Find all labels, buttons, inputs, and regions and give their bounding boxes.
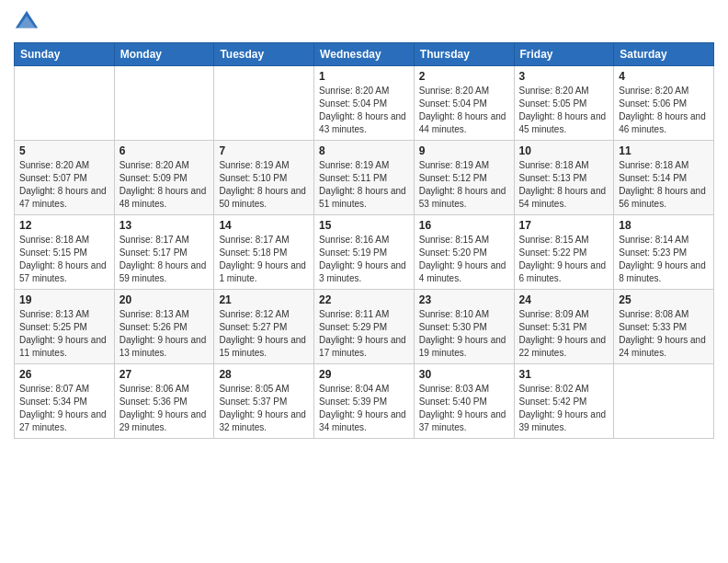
calendar-week-row: 1Sunrise: 8:20 AM Sunset: 5:04 PM Daylig… (15, 66, 714, 141)
calendar-day-cell: 9Sunrise: 8:19 AM Sunset: 5:12 PM Daylig… (414, 141, 514, 215)
day-number: 20 (119, 293, 210, 306)
day-info: Sunrise: 8:08 AM Sunset: 5:33 PM Dayligh… (619, 308, 709, 360)
day-number: 25 (619, 293, 709, 306)
calendar-day-cell: 28Sunrise: 8:05 AM Sunset: 5:37 PM Dayli… (214, 364, 314, 439)
calendar-week-row: 12Sunrise: 8:18 AM Sunset: 5:15 PM Dayli… (15, 215, 714, 290)
calendar-week-row: 19Sunrise: 8:13 AM Sunset: 5:25 PM Dayli… (15, 290, 714, 364)
calendar-day-cell: 29Sunrise: 8:04 AM Sunset: 5:39 PM Dayli… (314, 364, 415, 439)
day-number: 26 (19, 368, 109, 381)
calendar-table: SundayMondayTuesdayWednesdayThursdayFrid… (14, 42, 714, 439)
day-info: Sunrise: 8:20 AM Sunset: 5:06 PM Dayligh… (619, 85, 709, 136)
calendar-day-cell: 24Sunrise: 8:09 AM Sunset: 5:31 PM Dayli… (514, 290, 614, 364)
day-number: 10 (519, 144, 609, 157)
page-header (14, 9, 714, 35)
calendar-day-cell: 4Sunrise: 8:20 AM Sunset: 5:06 PM Daylig… (614, 66, 714, 141)
calendar-day-cell: 20Sunrise: 8:13 AM Sunset: 5:26 PM Dayli… (114, 290, 214, 364)
day-info: Sunrise: 8:18 AM Sunset: 5:14 PM Dayligh… (619, 159, 709, 211)
day-info: Sunrise: 8:15 AM Sunset: 5:22 PM Dayligh… (519, 234, 609, 285)
calendar-day-cell: 6Sunrise: 8:20 AM Sunset: 5:09 PM Daylig… (114, 141, 214, 215)
day-number: 18 (619, 219, 709, 232)
day-info: Sunrise: 8:13 AM Sunset: 5:25 PM Dayligh… (19, 308, 109, 360)
day-number: 9 (419, 144, 509, 157)
calendar-week-row: 26Sunrise: 8:07 AM Sunset: 5:34 PM Dayli… (15, 364, 714, 439)
calendar-day-cell: 31Sunrise: 8:02 AM Sunset: 5:42 PM Dayli… (514, 364, 614, 439)
calendar-day-cell: 19Sunrise: 8:13 AM Sunset: 5:25 PM Dayli… (15, 290, 115, 364)
calendar-day-cell: 14Sunrise: 8:17 AM Sunset: 5:18 PM Dayli… (214, 215, 314, 290)
calendar-day-cell: 2Sunrise: 8:20 AM Sunset: 5:04 PM Daylig… (414, 66, 514, 141)
calendar-day-cell: 17Sunrise: 8:15 AM Sunset: 5:22 PM Dayli… (514, 215, 614, 290)
calendar-day-cell: 21Sunrise: 8:12 AM Sunset: 5:27 PM Dayli… (214, 290, 314, 364)
day-info: Sunrise: 8:17 AM Sunset: 5:17 PM Dayligh… (119, 234, 210, 285)
calendar-day-cell: 5Sunrise: 8:20 AM Sunset: 5:07 PM Daylig… (15, 141, 115, 215)
day-number: 12 (19, 219, 109, 232)
day-info: Sunrise: 8:02 AM Sunset: 5:42 PM Dayligh… (519, 383, 609, 434)
day-number: 14 (219, 219, 309, 232)
day-info: Sunrise: 8:20 AM Sunset: 5:04 PM Dayligh… (419, 85, 509, 136)
day-of-week-header: Friday (514, 43, 614, 66)
calendar-day-cell: 27Sunrise: 8:06 AM Sunset: 5:36 PM Dayli… (114, 364, 214, 439)
day-info: Sunrise: 8:07 AM Sunset: 5:34 PM Dayligh… (19, 383, 109, 434)
day-info: Sunrise: 8:12 AM Sunset: 5:27 PM Dayligh… (219, 308, 309, 360)
day-number: 3 (519, 70, 609, 83)
day-number: 27 (119, 368, 210, 381)
day-info: Sunrise: 8:20 AM Sunset: 5:07 PM Dayligh… (19, 159, 109, 211)
day-of-week-header: Sunday (15, 43, 115, 66)
logo-icon (14, 9, 40, 35)
day-number: 1 (319, 70, 409, 83)
day-number: 7 (219, 144, 309, 157)
day-number: 19 (19, 293, 109, 306)
calendar-day-cell: 3Sunrise: 8:20 AM Sunset: 5:05 PM Daylig… (514, 66, 614, 141)
calendar-day-cell: 22Sunrise: 8:11 AM Sunset: 5:29 PM Dayli… (314, 290, 415, 364)
day-number: 17 (519, 219, 609, 232)
day-info: Sunrise: 8:10 AM Sunset: 5:30 PM Dayligh… (419, 308, 509, 360)
calendar-day-cell: 30Sunrise: 8:03 AM Sunset: 5:40 PM Dayli… (414, 364, 514, 439)
day-of-week-header: Monday (114, 43, 214, 66)
day-number: 5 (19, 144, 109, 157)
day-of-week-header: Wednesday (314, 43, 415, 66)
calendar-day-cell: 10Sunrise: 8:18 AM Sunset: 5:13 PM Dayli… (514, 141, 614, 215)
day-number: 23 (419, 293, 509, 306)
day-info: Sunrise: 8:16 AM Sunset: 5:19 PM Dayligh… (319, 234, 409, 285)
day-info: Sunrise: 8:13 AM Sunset: 5:26 PM Dayligh… (119, 308, 210, 360)
day-number: 2 (419, 70, 509, 83)
calendar-day-cell: 11Sunrise: 8:18 AM Sunset: 5:14 PM Dayli… (614, 141, 714, 215)
calendar-day-cell (15, 66, 115, 141)
calendar-day-cell: 18Sunrise: 8:14 AM Sunset: 5:23 PM Dayli… (614, 215, 714, 290)
day-number: 13 (119, 219, 210, 232)
day-info: Sunrise: 8:19 AM Sunset: 5:11 PM Dayligh… (319, 159, 409, 211)
day-number: 24 (519, 293, 609, 306)
calendar-day-cell: 25Sunrise: 8:08 AM Sunset: 5:33 PM Dayli… (614, 290, 714, 364)
calendar-day-cell (114, 66, 214, 141)
calendar-day-cell: 12Sunrise: 8:18 AM Sunset: 5:15 PM Dayli… (15, 215, 115, 290)
day-info: Sunrise: 8:19 AM Sunset: 5:10 PM Dayligh… (219, 159, 309, 211)
calendar-week-row: 5Sunrise: 8:20 AM Sunset: 5:07 PM Daylig… (15, 141, 714, 215)
day-info: Sunrise: 8:20 AM Sunset: 5:05 PM Dayligh… (519, 85, 609, 136)
day-of-week-header: Thursday (414, 43, 514, 66)
calendar-day-cell: 23Sunrise: 8:10 AM Sunset: 5:30 PM Dayli… (414, 290, 514, 364)
day-info: Sunrise: 8:03 AM Sunset: 5:40 PM Dayligh… (419, 383, 509, 434)
day-of-week-header: Tuesday (214, 43, 314, 66)
logo (14, 9, 43, 35)
day-info: Sunrise: 8:20 AM Sunset: 5:09 PM Dayligh… (119, 159, 210, 211)
day-number: 8 (319, 144, 409, 157)
day-info: Sunrise: 8:06 AM Sunset: 5:36 PM Dayligh… (119, 383, 210, 434)
day-info: Sunrise: 8:18 AM Sunset: 5:13 PM Dayligh… (519, 159, 609, 211)
day-number: 15 (319, 219, 409, 232)
day-number: 11 (619, 144, 709, 157)
calendar-day-cell: 26Sunrise: 8:07 AM Sunset: 5:34 PM Dayli… (15, 364, 115, 439)
day-number: 4 (619, 70, 709, 83)
calendar-header-row: SundayMondayTuesdayWednesdayThursdayFrid… (15, 43, 714, 66)
day-number: 16 (419, 219, 509, 232)
day-info: Sunrise: 8:17 AM Sunset: 5:18 PM Dayligh… (219, 234, 309, 285)
day-info: Sunrise: 8:15 AM Sunset: 5:20 PM Dayligh… (419, 234, 509, 285)
calendar-day-cell: 7Sunrise: 8:19 AM Sunset: 5:10 PM Daylig… (214, 141, 314, 215)
day-info: Sunrise: 8:05 AM Sunset: 5:37 PM Dayligh… (219, 383, 309, 434)
day-info: Sunrise: 8:11 AM Sunset: 5:29 PM Dayligh… (319, 308, 409, 360)
calendar-day-cell: 16Sunrise: 8:15 AM Sunset: 5:20 PM Dayli… (414, 215, 514, 290)
calendar-day-cell (214, 66, 314, 141)
calendar-day-cell: 8Sunrise: 8:19 AM Sunset: 5:11 PM Daylig… (314, 141, 415, 215)
day-info: Sunrise: 8:04 AM Sunset: 5:39 PM Dayligh… (319, 383, 409, 434)
calendar-day-cell: 1Sunrise: 8:20 AM Sunset: 5:04 PM Daylig… (314, 66, 415, 141)
day-number: 6 (119, 144, 210, 157)
calendar-day-cell: 13Sunrise: 8:17 AM Sunset: 5:17 PM Dayli… (114, 215, 214, 290)
